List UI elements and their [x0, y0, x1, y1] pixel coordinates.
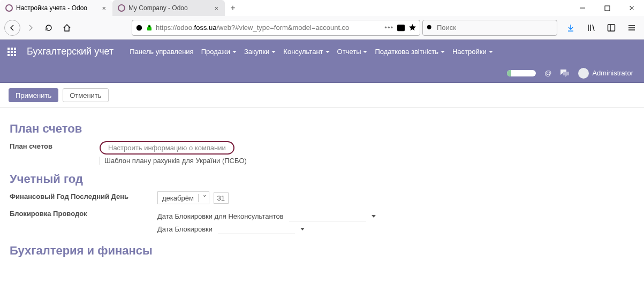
- section-fiscal-year-title: Учетный год: [10, 172, 634, 186]
- sidebar-button[interactable]: [603, 20, 619, 36]
- nav-reload-button[interactable]: [41, 20, 57, 36]
- label-chart-of-accounts: План счетов: [10, 140, 90, 150]
- nav-back-button[interactable]: [4, 20, 20, 36]
- window-close-button[interactable]: [619, 0, 644, 16]
- odoo-favicon-icon: [118, 4, 125, 12]
- chevron-down-icon: [489, 51, 493, 53]
- menu-sales[interactable]: Продажи: [201, 48, 237, 56]
- new-tab-button[interactable]: +: [225, 0, 241, 16]
- window-controls: [570, 0, 644, 16]
- svg-rect-0: [605, 6, 610, 11]
- chevron-down-icon: [363, 51, 367, 53]
- search-input[interactable]: [437, 24, 554, 32]
- browser-tab-1[interactable]: Настройка учета - Odoo ×: [0, 0, 112, 16]
- planner-progress[interactable]: [507, 70, 536, 76]
- chevron-down-icon: ˅: [198, 194, 209, 202]
- fy-month-select[interactable]: декабрём ˅: [157, 191, 209, 204]
- section-chart-of-accounts-title: План счетов: [10, 122, 634, 136]
- svg-rect-2: [147, 27, 151, 30]
- url-text: https://odoo.foss.ua/web?#view_type=form…: [156, 24, 381, 32]
- library-button[interactable]: [583, 20, 599, 36]
- tab-close-icon[interactable]: ×: [101, 4, 107, 12]
- fy-day-input[interactable]: 31: [214, 192, 229, 204]
- row-lock-entries: Блокировка Проводок Дата Блокировки для …: [10, 207, 634, 236]
- app-title[interactable]: Бухгалтерский учет: [27, 46, 113, 57]
- browser-toolbar: https://odoo.foss.ua/web?#view_type=form…: [0, 16, 644, 40]
- row-fy-last-day: Финансовый Год Последний День декабрём ˅…: [10, 190, 634, 204]
- nav-home-button[interactable]: [59, 20, 75, 36]
- chevron-down-icon: [325, 51, 330, 53]
- label-lock-non-advisors: Дата Блокировки для Неконсультантов: [157, 212, 284, 220]
- search-icon: [426, 24, 434, 32]
- odoo-systray: @ Administrator: [0, 64, 644, 83]
- top-menu: Панель управления Продажи Закупки Консул…: [130, 48, 493, 56]
- nav-forward-button[interactable]: [22, 20, 39, 36]
- site-info-icon[interactable]: [135, 24, 143, 32]
- label-lock-date: Дата Блокировки: [157, 225, 213, 233]
- bookmark-star-icon[interactable]: [408, 24, 416, 32]
- menu-dashboard[interactable]: Панель управления: [130, 48, 193, 56]
- chevron-down-icon: [232, 51, 237, 53]
- window-maximize-button[interactable]: [595, 0, 619, 16]
- label-lock-entries: Блокировка Проводок: [10, 207, 148, 218]
- avatar: [578, 68, 589, 79]
- chevron-down-icon: [441, 51, 445, 53]
- chevron-down-icon: [271, 51, 276, 53]
- window-minimize-button[interactable]: [570, 0, 595, 16]
- svg-rect-5: [608, 25, 615, 31]
- svg-point-1: [137, 25, 142, 30]
- value-lock-entries: Дата Блокировки для Неконсультантов Дата…: [157, 207, 376, 236]
- browser-tab-2[interactable]: My Company - Odoo ×: [112, 0, 225, 16]
- user-menu[interactable]: Administrator: [578, 68, 637, 79]
- section-accounting-finance-title: Бухгалтерия и финансы: [10, 244, 634, 258]
- url-bar[interactable]: https://odoo.foss.ua/web?#view_type=form…: [132, 20, 420, 36]
- value-chart-of-accounts: Настроить информацию о компании Шаблон п…: [100, 140, 247, 165]
- downloads-button[interactable]: [563, 20, 579, 36]
- odoo-top-nav: Бухгалтерский учет Панель управления Про…: [0, 40, 644, 64]
- tab-title: My Company - Odoo: [128, 4, 210, 12]
- value-fy-last-day: декабрём ˅ 31: [157, 190, 229, 204]
- apply-button[interactable]: Применить: [9, 88, 58, 102]
- menu-settings[interactable]: Настройки: [452, 48, 493, 56]
- apps-grid-icon[interactable]: [7, 47, 17, 57]
- row-chart-of-accounts: План счетов Настроить информацию о компа…: [10, 140, 634, 165]
- chart-template-name: Шаблон плану рахунків для України (ПСБО): [100, 157, 247, 165]
- form-view: План счетов План счетов Настроить информ…: [0, 108, 644, 258]
- conversations-icon[interactable]: [560, 69, 570, 78]
- debug-icon[interactable]: @: [544, 69, 551, 77]
- search-bar[interactable]: [422, 20, 557, 36]
- label-fy-last-day: Финансовый Год Последний День: [10, 190, 148, 201]
- browser-titlebar: Настройка учета - Odoo × My Company - Od…: [0, 0, 644, 16]
- url-more-icon[interactable]: •••: [384, 24, 393, 32]
- dropdown-icon[interactable]: [300, 228, 305, 230]
- menu-reports[interactable]: Отчеты: [337, 48, 368, 56]
- input-lock-non-advisors-date[interactable]: [289, 211, 366, 221]
- cancel-button[interactable]: Отменить: [63, 88, 108, 102]
- menu-purchases[interactable]: Закупки: [244, 48, 276, 56]
- tab-title: Настройка учета - Odoo: [16, 4, 97, 12]
- configure-company-link[interactable]: Настроить информацию о компании: [100, 141, 234, 155]
- reader-mode-icon[interactable]: [397, 24, 405, 32]
- menu-advisor[interactable]: Консультант: [283, 48, 329, 56]
- action-bar: Применить Отменить: [0, 83, 644, 108]
- fy-month-value: декабрём: [158, 194, 198, 202]
- toolbar-right: [563, 20, 640, 36]
- odoo-favicon-icon: [5, 4, 13, 12]
- tab-close-icon[interactable]: ×: [213, 4, 219, 12]
- dropdown-icon[interactable]: [372, 215, 376, 218]
- svg-point-4: [427, 25, 431, 29]
- user-name: Administrator: [592, 69, 633, 77]
- app-menu-button[interactable]: [624, 20, 640, 36]
- input-lock-date[interactable]: [218, 223, 295, 234]
- svg-rect-3: [397, 24, 405, 30]
- secure-lock-icon: [146, 25, 153, 31]
- menu-tax-reporting[interactable]: Податкова звітність: [375, 48, 444, 56]
